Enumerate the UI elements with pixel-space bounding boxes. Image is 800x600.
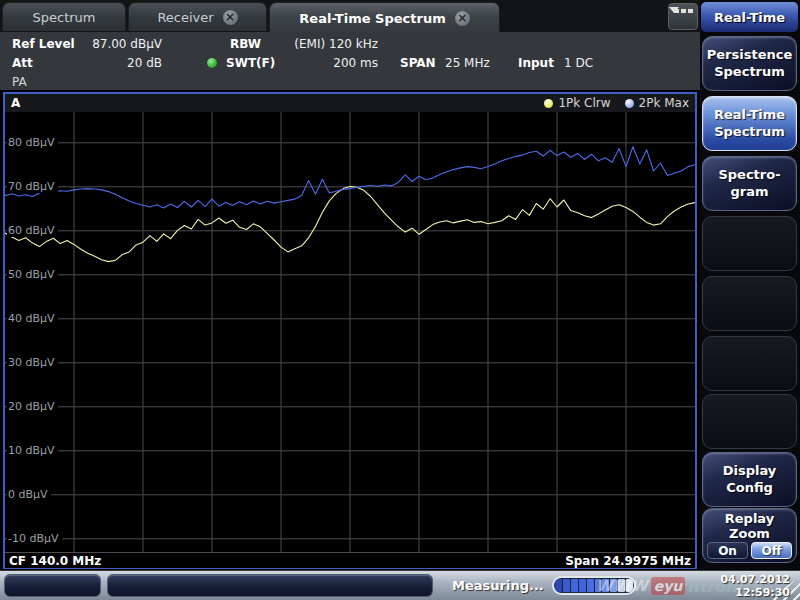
softkey-menu-title: Real-Time bbox=[701, 2, 798, 32]
time-value: 12:59:30 bbox=[720, 586, 790, 599]
progress-segment bbox=[618, 579, 625, 592]
date-time-display: 04.07.2012 12:59:30 bbox=[720, 573, 790, 599]
tab-label: Real-Time Spectrum bbox=[299, 11, 445, 26]
trace-window-header: A 1Pk Clrw 2Pk Max bbox=[5, 94, 695, 112]
center-frequency-readout[interactable]: CF 140.0 MHz bbox=[9, 554, 101, 568]
trace2-legend-label: 2Pk Max bbox=[639, 96, 689, 110]
softkey-persistence-spectrum[interactable]: Persistence Spectrum bbox=[702, 36, 797, 91]
plot-area[interactable]: 80 dBµV70 dBµV60 dBµV50 dBµV40 dBµV30 dB… bbox=[5, 112, 695, 552]
tab-receiver[interactable]: Receiver × bbox=[128, 2, 267, 31]
input-label: Input bbox=[518, 56, 554, 70]
close-icon[interactable]: × bbox=[455, 11, 470, 26]
progress-segment bbox=[563, 579, 570, 592]
span-readout[interactable]: Span 24.9975 MHz bbox=[565, 554, 691, 568]
progress-segment bbox=[610, 579, 617, 592]
span-value[interactable]: 25 MHz bbox=[445, 56, 490, 70]
softkey-spectrogram[interactable]: Spectro- gram bbox=[702, 156, 797, 211]
sweep-progress-bar bbox=[552, 576, 636, 595]
progress-segment bbox=[571, 579, 578, 592]
analyzer-screen: Spectrum Receiver × Real-Time Spectrum ×… bbox=[0, 0, 800, 600]
spectrum-window: A 1Pk Clrw 2Pk Max 80 dBµV70 dBµV60 dBµV… bbox=[3, 92, 697, 569]
replay-zoom-off-toggle[interactable]: Off bbox=[751, 542, 792, 559]
y-axis-label: 70 dBµV bbox=[7, 180, 58, 193]
replay-zoom-on-toggle[interactable]: On bbox=[707, 542, 748, 559]
span-label: SPAN bbox=[400, 56, 436, 70]
softkey-replay-zoom[interactable]: Replay Zoom On Off bbox=[702, 508, 797, 563]
sweep-led-icon bbox=[207, 58, 217, 68]
trace-plot bbox=[5, 112, 695, 552]
window-label: A bbox=[11, 96, 20, 110]
tab-realtime-spectrum[interactable]: Real-Time Spectrum × bbox=[269, 2, 500, 33]
progress-segment bbox=[579, 579, 586, 592]
progress-segment bbox=[595, 579, 602, 592]
y-axis-label: 60 dBµV bbox=[7, 224, 58, 237]
tab-spectrum[interactable]: Spectrum bbox=[2, 2, 126, 31]
measuring-status: Measuring... bbox=[452, 578, 544, 593]
input-value[interactable]: 1 DC bbox=[564, 56, 593, 70]
swt-value[interactable]: 200 ms bbox=[276, 56, 378, 70]
chevron-down-icon bbox=[669, 7, 679, 32]
rbw-value[interactable]: (EMI) 120 kHz bbox=[276, 37, 378, 51]
y-axis-label: -10 dBµV bbox=[7, 532, 62, 545]
display-menu-button[interactable] bbox=[668, 3, 698, 30]
softkey-real-time-spectrum[interactable]: Real-Time Spectrum bbox=[702, 96, 797, 151]
ref-level-label: Ref Level bbox=[12, 37, 75, 51]
trace1-legend-label: 1Pk Clrw bbox=[558, 96, 610, 110]
tab-label: Spectrum bbox=[33, 10, 96, 25]
transducer-value[interactable]: PA bbox=[12, 75, 27, 89]
frequency-readout-bar: CF 140.0 MHz Span 24.9975 MHz bbox=[5, 552, 695, 568]
softkey-display-config[interactable]: Display Config bbox=[702, 452, 797, 507]
close-icon[interactable]: × bbox=[223, 10, 238, 25]
swt-label: SWT(F) bbox=[226, 56, 275, 70]
y-axis-label: 10 dBµV bbox=[7, 444, 58, 457]
ref-level-value[interactable]: 87.00 dBµV bbox=[78, 37, 162, 51]
y-axis-label: 20 dBµV bbox=[7, 400, 58, 413]
softkey-panel: Real-Time Persistence Spectrum Real-Time… bbox=[700, 0, 800, 570]
trace2-dot-icon bbox=[625, 99, 634, 108]
y-axis-label: 50 dBµV bbox=[7, 268, 58, 281]
softkey-empty-4 bbox=[702, 394, 797, 449]
softkey-empty-3 bbox=[702, 336, 797, 391]
att-value[interactable]: 20 dB bbox=[78, 56, 162, 70]
y-axis-label: 30 dBµV bbox=[7, 356, 58, 369]
att-label: Att bbox=[12, 56, 33, 70]
progress-segment bbox=[555, 579, 562, 592]
status-bar: Measuring... WWW eyu ntronics .com 04.07… bbox=[0, 570, 800, 600]
y-axis-label: 0 dBµV bbox=[7, 488, 51, 501]
rbw-label: RBW bbox=[230, 37, 261, 51]
trace-legend: 1Pk Clrw 2Pk Max bbox=[544, 96, 689, 110]
trace1-dot-icon bbox=[544, 99, 553, 108]
status-field-2 bbox=[107, 574, 433, 597]
status-field-1 bbox=[4, 574, 101, 597]
tab-label: Receiver bbox=[157, 10, 213, 25]
softkey-empty-1 bbox=[702, 216, 797, 271]
progress-segment bbox=[587, 579, 594, 592]
softkey-empty-2 bbox=[702, 276, 797, 331]
hardware-settings-bar: Ref Level 87.00 dBµV RBW (EMI) 120 kHz A… bbox=[0, 32, 700, 90]
progress-segment bbox=[626, 579, 633, 592]
y-axis-label: 40 dBµV bbox=[7, 312, 58, 325]
tab-bar: Spectrum Receiver × Real-Time Spectrum × bbox=[0, 0, 700, 32]
y-axis-label: 80 dBµV bbox=[7, 136, 58, 149]
date-value: 04.07.2012 bbox=[720, 573, 790, 586]
progress-segment bbox=[602, 579, 609, 592]
